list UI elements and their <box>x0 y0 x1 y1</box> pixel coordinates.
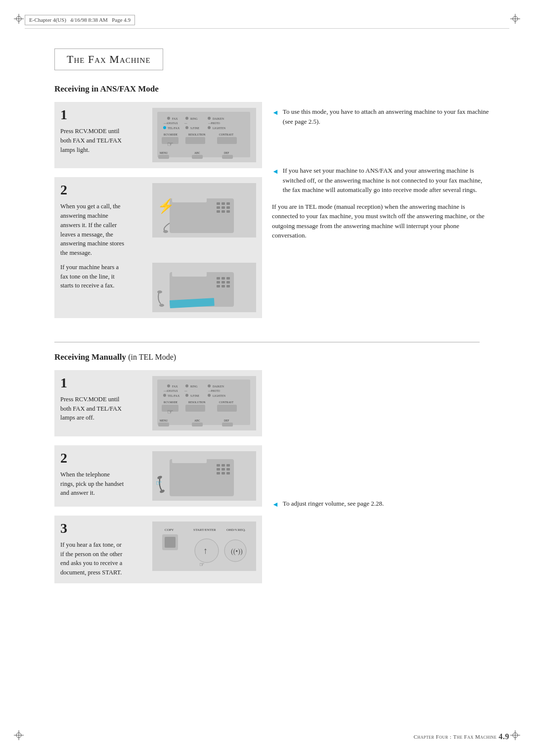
svg-rect-48 <box>226 206 230 209</box>
svg-rect-59 <box>217 281 220 284</box>
svg-text:↑: ↑ <box>203 546 208 556</box>
sec2-step1-number: 1 <box>60 376 144 390</box>
section1-step2-image1: ⚡ <box>152 183 256 237</box>
section2-step2-left: 2 When the telephone rings, pick up the … <box>60 451 144 498</box>
svg-point-26 <box>208 126 211 129</box>
section1-step1: 1 Press RCV.MODE until both FAX and TEL/… <box>54 102 262 168</box>
svg-text:—ANS/FAX: —ANS/FAX <box>163 122 178 125</box>
section2-notes: ◄ To adjust ringer volume, see page 2.28… <box>272 370 490 592</box>
svg-rect-56 <box>217 277 220 280</box>
svg-point-17 <box>208 117 211 120</box>
section1-step2-left: 2 When you get a call, the answering mac… <box>60 183 144 258</box>
svg-rect-50 <box>222 210 225 213</box>
section1-step1-image: FAX RING DAIKEN —ANS/FAX — —PHOTO TEL/FA… <box>152 108 256 162</box>
svg-text:—PHOTO: —PHOTO <box>208 122 220 125</box>
section1-note2: ◄ If you have set your machine to ANS/FA… <box>272 166 490 195</box>
svg-text:COPY: COPY <box>165 528 174 532</box>
reg-mark-top-right <box>510 14 520 26</box>
svg-rect-101 <box>226 464 230 467</box>
control-panel-svg2: FAX RING DAIKEN —ANS/FAX — —PHOTO TEL/FA… <box>155 377 254 429</box>
page-title-box: The Fax Machine <box>54 48 163 70</box>
svg-text:ABC: ABC <box>194 151 200 154</box>
section1-step2-image2 <box>152 263 256 312</box>
svg-rect-39 <box>192 155 203 159</box>
svg-text:DEF: DEF <box>224 419 229 422</box>
section2-step3-left: 3 If you hear a fax tone, or if the pers… <box>60 521 144 577</box>
svg-point-71 <box>185 384 188 387</box>
sec2-step2-text: When the telephone rings, pick up the ha… <box>60 470 144 498</box>
section1-body: 1 Press RCV.MODE until both FAX and TEL/… <box>54 102 490 327</box>
svg-point-13 <box>167 117 170 120</box>
sec2-step1-text: Press RCV.MODE until both FAX and TEL/FA… <box>60 395 144 423</box>
svg-rect-42 <box>172 189 207 202</box>
svg-rect-63 <box>222 285 225 287</box>
svg-text:ABC: ABC <box>194 419 200 422</box>
svg-text:☞: ☞ <box>167 408 174 416</box>
svg-point-67 <box>159 304 164 307</box>
section1-notes: ◄ To use this mode, you have to attach a… <box>272 102 490 327</box>
section2-step2: 2 When the telephone rings, pick up the … <box>54 445 262 507</box>
svg-text:LIGHTEN: LIGHTEN <box>213 394 226 397</box>
svg-rect-116 <box>165 537 176 548</box>
section1-note1: ◄ To use this mode, you have to attach a… <box>272 107 490 126</box>
section1-step2-left2: If your machine hears a fax tone on the … <box>60 263 144 290</box>
svg-rect-51 <box>226 210 230 213</box>
svg-rect-89 <box>217 405 237 412</box>
fax-machine-svg3: ☞ <box>155 452 254 500</box>
svg-rect-55 <box>172 266 207 277</box>
section2-steps: 1 Press RCV.MODE until both FAX and TEL/… <box>54 370 262 592</box>
step2-text: When you get a call, the answering machi… <box>60 202 144 258</box>
control-panel-svg: FAX RING DAIKEN —ANS/FAX — —PHOTO TEL/FA… <box>155 109 254 161</box>
step1-number: 1 <box>60 108 144 122</box>
svg-text:FAX: FAX <box>172 385 178 388</box>
section1-step1-left: 1 Press RCV.MODE until both FAX and TEL/… <box>60 108 144 154</box>
svg-text:☞: ☞ <box>156 479 162 487</box>
section1-step2-top: 2 When you get a call, the answering mac… <box>60 183 256 258</box>
page-header: E-Chapter 4(US) 4/16/98 8:38 AM Page 4.9 <box>25 15 509 29</box>
svg-point-73 <box>208 384 211 387</box>
section-divider <box>54 342 480 342</box>
svg-point-80 <box>185 394 188 397</box>
step2-number: 2 <box>60 183 144 197</box>
svg-point-53 <box>163 230 168 233</box>
svg-rect-100 <box>222 464 225 467</box>
svg-text:DAIKEN: DAIKEN <box>213 385 224 388</box>
svg-rect-47 <box>222 206 225 209</box>
svg-rect-95 <box>192 423 203 426</box>
note2-text: If you have set your machine to ANS/FAX … <box>283 166 490 195</box>
svg-rect-102 <box>217 468 220 471</box>
svg-text:TEL/FAX: TEL/FAX <box>168 127 180 130</box>
buttons-svg: COPY START/ENTER OHD/V.REQ. ↑ ☞ ((•) <box>155 522 254 570</box>
section1-step2: 2 When you get a call, the answering mac… <box>54 177 262 318</box>
svg-text:RING: RING <box>190 385 198 388</box>
svg-text:TEL/FAX: TEL/FAX <box>168 394 180 397</box>
note1-arrow: ◄ <box>272 107 279 126</box>
page-title: The Fax Machine <box>67 53 151 66</box>
svg-rect-105 <box>217 472 220 474</box>
svg-point-22 <box>163 126 166 129</box>
svg-rect-94 <box>158 423 169 426</box>
note3-text: If you are in TEL mode (manual reception… <box>272 203 485 239</box>
sec2-note1-text: To adjust ringer volume, see page 2.28. <box>283 499 384 510</box>
page: E-Chapter 4(US) 4/16/98 8:38 AM Page 4.9… <box>0 0 534 756</box>
section2-heading: Receiving Manually (in TEL Mode) <box>54 352 509 362</box>
svg-text:RESOLUTION: RESOLUTION <box>188 133 206 136</box>
section2-step1-left: 1 Press RCV.MODE until both FAX and TEL/… <box>60 376 144 423</box>
svg-rect-99 <box>217 464 220 467</box>
section1-note3: If you are in TEL mode (manual reception… <box>272 202 490 240</box>
svg-text:DAIKEN: DAIKEN <box>213 117 224 120</box>
svg-rect-32 <box>185 137 205 144</box>
svg-rect-40 <box>222 155 233 159</box>
svg-point-69 <box>167 384 170 387</box>
svg-text:RCV.MODE: RCV.MODE <box>164 401 178 404</box>
reg-mark-top-left <box>14 14 24 26</box>
section1-steps: 1 Press RCV.MODE until both FAX and TEL/… <box>54 102 262 327</box>
svg-point-78 <box>163 394 166 397</box>
section2-note1: ◄ To adjust ringer volume, see page 2.28… <box>272 499 490 510</box>
svg-text:CONTRAST: CONTRAST <box>219 401 234 404</box>
svg-point-24 <box>185 126 188 129</box>
svg-text:RING: RING <box>190 117 198 120</box>
svg-text:MENU: MENU <box>160 151 168 154</box>
svg-text:RCV.MODE: RCV.MODE <box>164 133 178 136</box>
svg-text:—: — <box>184 122 187 125</box>
